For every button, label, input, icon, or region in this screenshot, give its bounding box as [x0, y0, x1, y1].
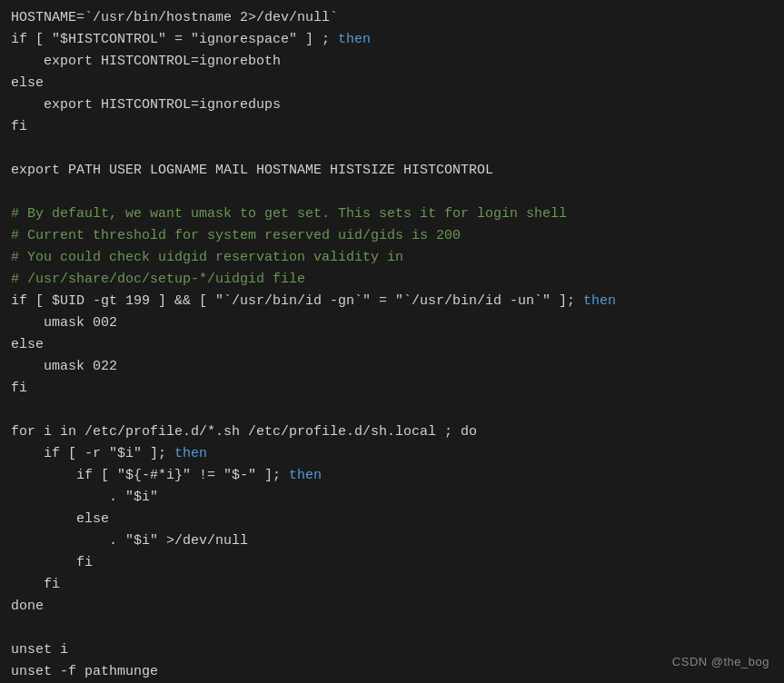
code-line-l14: if [ $UID -gt 199 ] && [ "`/usr/bin/id -… — [11, 291, 773, 312]
code-line-l11: # Current threshold for system reserved … — [11, 225, 773, 247]
code-line-l19 — [11, 400, 773, 421]
code-line-l23: . "$i" — [11, 487, 773, 509]
code-line-l4: else — [11, 73, 773, 94]
code-line-l25: . "$i" >/dev/null — [11, 530, 773, 552]
code-line-l24: else — [11, 509, 773, 530]
code-line-l27: fi — [11, 574, 773, 596]
code-line-l29 — [11, 618, 773, 639]
code-line-l5: export HISTCONTROL=ignoredups — [11, 94, 773, 116]
code-line-l31: unset -f pathmunge — [11, 661, 773, 683]
code-line-l21: if [ -r "$i" ]; then — [11, 443, 773, 465]
code-line-l12: # You could check uidgid reservation val… — [11, 247, 773, 269]
code-line-l26: fi — [11, 552, 773, 574]
code-line-l18: fi — [11, 378, 773, 400]
code-line-l16: else — [11, 334, 773, 356]
code-line-l2: if [ "$HISTCONTROL" = "ignorespace" ] ; … — [11, 29, 773, 51]
code-line-l22: if [ "${-#*i}" != "$-" ]; then — [11, 465, 773, 487]
code-line-l17: umask 022 — [11, 356, 773, 378]
code-line-l1: HOSTNAME=`/usr/bin/hostname 2>/dev/null` — [11, 7, 773, 29]
code-line-l28: done — [11, 596, 773, 618]
code-container: HOSTNAME=`/usr/bin/hostname 2>/dev/null`… — [0, 0, 784, 683]
code-line-l8: export PATH USER LOGNAME MAIL HOSTNAME H… — [11, 160, 773, 182]
code-line-l13: # /usr/share/doc/setup-*/uidgid file — [11, 269, 773, 291]
watermark: CSDN @the_bog — [672, 653, 769, 672]
code-line-l30: unset i — [11, 639, 773, 661]
code-line-l3: export HISTCONTROL=ignoreboth — [11, 51, 773, 73]
code-line-l7 — [11, 138, 773, 160]
code-line-l10: # By default, we want umask to get set. … — [11, 203, 773, 225]
code-line-l9 — [11, 182, 773, 203]
code-line-l6: fi — [11, 116, 773, 138]
code-line-l20: for i in /etc/profile.d/*.sh /etc/profil… — [11, 421, 773, 443]
code-line-l15: umask 002 — [11, 312, 773, 334]
